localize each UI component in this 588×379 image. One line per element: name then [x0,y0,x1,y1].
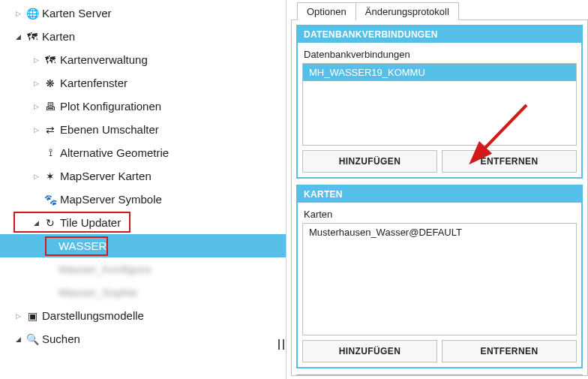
section-header-karten: KARTEN [298,186,581,203]
tree-panel: 🌐 Karten Server 🗺 Karten 🗺 Kartenverwalt… [0,0,286,379]
section-stripe [296,374,583,376]
expander-icon[interactable] [32,103,40,110]
list-karten[interactable]: Musterhausen_Wasser@DEFAULT [302,223,577,335]
tree-item-mapserver-karten[interactable]: ✶ MapServer Karten [0,164,286,188]
swap-icon: ⇄ [43,124,58,136]
tree-item-alternative-geometrie[interactable]: ⟟ Alternative Geometrie [0,141,286,164]
add-karten-button[interactable]: HINZUFÜGEN [302,340,437,362]
search-icon: 🔍 [25,333,40,345]
tree-item-darstellungsmodelle[interactable]: ▣ Darstellungsmodelle [0,304,286,327]
tree-item-label: Wasser_Konfigura [58,263,151,275]
list-db[interactable]: MH_WASSER19_KOMMU [302,63,577,146]
geometry-icon: ⟟ [43,146,58,159]
tree-item-blurred-2[interactable]: Wasser_Sophie [0,281,286,304]
add-db-button[interactable]: HINZUFÜGEN [302,150,437,173]
tree-item-plot[interactable]: 🖶 Plot Konfigurationen [0,95,286,118]
star-icon: ✶ [43,170,58,182]
tree-item-kartenfenster[interactable]: ❋ Kartenfenster [0,71,286,95]
printer-icon: 🖶 [43,101,58,113]
expander-icon[interactable] [32,126,40,134]
tab-optionen[interactable]: Optionen [297,2,356,20]
map-icon: 🗺 [25,31,40,43]
globe-icon: 🌐 [25,8,40,20]
tab-protokoll[interactable]: Änderungsprotokoll [356,2,459,20]
remove-db-button[interactable]: ENTFERNEN [442,150,577,173]
tree-item-label: Wasser_Sophie [58,286,137,299]
tree-item-label: Karten [42,30,75,43]
expander-icon[interactable] [32,56,40,64]
tree-item-kartenverwaltung[interactable]: 🗺 Kartenverwaltung [0,48,286,71]
splitter-handle[interactable] [278,339,284,350]
tree-item-blurred-1[interactable]: Wasser_Konfigura [0,257,286,281]
tree-item-label: Kartenfenster [60,77,128,89]
tree-item-ebenen[interactable]: ⇄ Ebenen Umschalter [0,118,286,141]
refresh-icon: ↻ [43,217,58,229]
expander-icon[interactable] [32,173,40,180]
tree-item-label: Kartenverwaltung [60,53,148,66]
expander-icon[interactable] [14,335,22,343]
tree-item-label: Ebenen Umschalter [60,123,159,136]
sublabel-karten: Karten [304,209,577,220]
tab-body: DATENBANKVERBINDUNGEN Datenbankverbindun… [291,20,588,376]
map-icon: 🗺 [43,54,58,66]
tree-item-karten-server[interactable]: 🌐 Karten Server [0,2,286,25]
tree-item-tile-updater[interactable]: ↻ Tile Updater [0,211,286,234]
tree-item-wasser[interactable]: WASSER [0,234,286,257]
tree-item-label: Tile Updater [60,216,121,229]
tabs: Optionen Änderungsprotokoll [297,2,588,20]
tree-item-mapserver-symbole[interactable]: 🐾 MapServer Symbole [0,188,286,211]
expander-icon[interactable] [14,10,22,17]
expander-icon[interactable] [32,80,40,87]
tree-item-suchen[interactable]: 🔍 Suchen [0,327,286,350]
tree-item-label: Plot Konfigurationen [60,100,161,113]
tree-item-label: Suchen [42,332,80,345]
window-icon: ❋ [43,77,58,89]
expander-icon[interactable] [14,33,22,41]
sublabel-db: Datenbankverbindungen [304,49,577,60]
section-karten: KARTEN Karten Musterhausen_Wasser@DEFAUL… [296,185,583,368]
tree-item-label: WASSER [58,239,106,252]
right-panel: Optionen Änderungsprotokoll DATENBANKVER… [286,0,588,379]
section-db: DATENBANKVERBINDUNGEN Datenbankverbindun… [296,25,583,179]
section-header-db: DATENBANKVERBINDUNGEN [298,26,581,43]
tree-item-label: MapServer Karten [60,170,152,182]
tree-item-label: Darstellungsmodelle [42,309,144,322]
remove-karten-button[interactable]: ENTFERNEN [442,340,577,362]
tree-item-label: MapServer Symbole [60,193,162,206]
expander-icon[interactable] [32,219,40,227]
paw-icon: 🐾 [43,194,58,206]
list-row[interactable]: MH_WASSER19_KOMMU [303,64,576,81]
expander-icon[interactable] [14,312,22,320]
tree-item-label: Alternative Geometrie [60,146,169,159]
tree-item-karten[interactable]: 🗺 Karten [0,25,286,48]
tree-item-label: Karten Server [42,7,112,20]
list-row[interactable]: Musterhausen_Wasser@DEFAULT [303,224,576,241]
layers-icon: ▣ [25,310,40,322]
